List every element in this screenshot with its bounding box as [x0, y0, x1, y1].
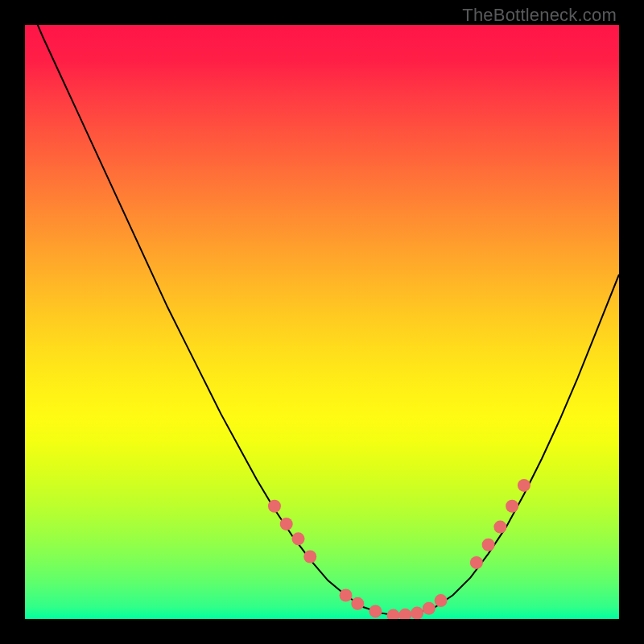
gradient-background	[25, 25, 619, 619]
watermark-text: TheBottleneck.com	[462, 5, 617, 26]
chart-container: TheBottleneck.com	[0, 0, 644, 644]
